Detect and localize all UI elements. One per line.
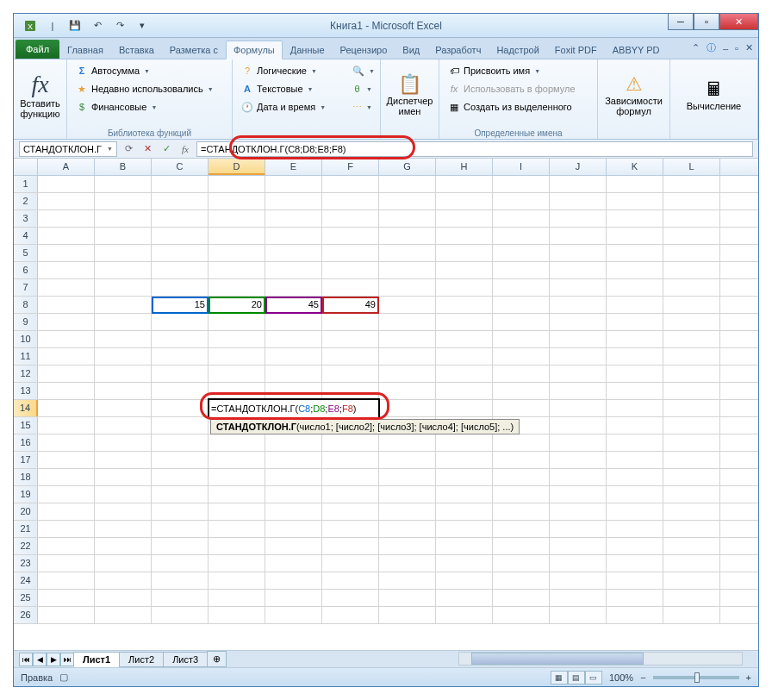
cell[interactable] [209,538,265,554]
cell[interactable] [95,434,152,451]
cell[interactable] [209,572,265,589]
cell[interactable] [95,469,152,485]
cell[interactable] [209,279,265,296]
cell[interactable] [379,572,436,589]
cell[interactable] [493,503,550,520]
cell[interactable] [152,245,209,261]
cell[interactable] [607,521,663,537]
cell[interactable] [379,279,436,296]
cell[interactable] [38,607,95,623]
cell[interactable] [607,366,663,382]
cell[interactable] [607,297,663,313]
col-header-L[interactable]: L [663,159,720,175]
cell[interactable] [550,262,607,278]
cell[interactable] [550,245,607,261]
cell[interactable] [493,366,550,382]
col-header-I[interactable]: I [493,159,550,175]
app-icon[interactable]: X [21,16,40,35]
cell[interactable] [663,400,720,416]
cell[interactable]: 45 [265,297,322,313]
cell[interactable] [436,228,493,244]
cell[interactable] [663,210,720,227]
cell[interactable] [322,314,379,330]
cell[interactable] [663,228,720,244]
cell[interactable] [322,279,379,296]
cell[interactable] [95,383,152,399]
sheet-nav-first[interactable]: ⏮ [19,653,33,666]
cell[interactable] [95,228,152,244]
fb-enter-button[interactable]: ✓ [159,141,174,157]
cell[interactable] [436,486,493,503]
cell[interactable] [38,331,95,347]
cell[interactable] [265,555,322,572]
cell[interactable] [95,486,152,503]
row-header[interactable]: 13 [14,383,38,399]
cell[interactable] [95,348,152,365]
cell[interactable] [322,228,379,244]
calculation-button[interactable]: 🖩 Вычисление [676,62,752,128]
cell[interactable] [152,607,209,623]
cell[interactable] [38,590,95,606]
fb-refresh-icon[interactable]: ⟳ [121,141,136,157]
cell[interactable] [38,521,95,537]
sheet-tab-3[interactable]: Лист3 [163,652,208,667]
row-header[interactable]: 23 [14,555,38,572]
cell[interactable] [493,555,550,572]
cell[interactable] [607,486,663,503]
cell[interactable] [38,452,95,468]
cell[interactable] [436,538,493,554]
cell[interactable] [38,228,95,244]
tab-formulas[interactable]: Формулы [226,41,283,59]
cell[interactable] [550,193,607,209]
cell[interactable] [322,555,379,572]
cell[interactable] [550,555,607,572]
cell[interactable] [38,572,95,589]
cell[interactable] [95,417,152,434]
cell[interactable] [607,400,663,416]
sheet-nav-next[interactable]: ▶ [47,653,60,666]
name-manager-button[interactable]: 📋 Диспетчеримен [386,62,433,128]
tab-data[interactable]: Данные [283,40,333,59]
cell[interactable] [663,383,720,399]
row-header[interactable]: 2 [14,193,38,209]
row-header[interactable]: 7 [14,279,38,296]
cell[interactable] [95,262,152,278]
cell[interactable] [95,452,152,468]
formula-input[interactable]: =СТАНДОТКЛОН.Г(C8;D8;E8;F8) [196,141,753,157]
col-header-H[interactable]: H [436,159,493,175]
sheet-tab-2[interactable]: Лист2 [119,652,164,667]
cell[interactable] [322,210,379,227]
cell[interactable] [209,210,265,227]
cell[interactable] [265,469,322,485]
cell[interactable] [550,469,607,485]
cell[interactable] [436,262,493,278]
row-header[interactable]: 4 [14,228,38,244]
cell[interactable] [493,297,550,313]
cell[interactable] [436,366,493,382]
cell[interactable] [663,348,720,365]
cell[interactable] [95,400,152,416]
cell[interactable] [493,469,550,485]
cell[interactable] [95,590,152,606]
row-header[interactable]: 1 [14,176,38,192]
cell[interactable] [436,434,493,451]
cell[interactable] [550,297,607,313]
cell[interactable] [265,590,322,606]
cell[interactable] [379,590,436,606]
cell[interactable] [38,210,95,227]
close-button[interactable]: ✕ [719,13,758,30]
cell[interactable] [152,176,209,192]
cell[interactable] [209,245,265,261]
row-header[interactable]: 5 [14,245,38,261]
row-header[interactable]: 12 [14,366,38,382]
cell[interactable] [379,452,436,468]
math-button[interactable]: θ▼ [350,80,375,97]
cell[interactable] [493,452,550,468]
cell[interactable] [152,331,209,347]
zoom-out-button[interactable]: − [640,672,645,683]
tab-addins[interactable]: Надстрой [489,40,546,59]
row-header[interactable]: 15 [14,417,38,434]
cell[interactable] [436,400,493,416]
cell[interactable] [493,434,550,451]
cell[interactable] [550,452,607,468]
